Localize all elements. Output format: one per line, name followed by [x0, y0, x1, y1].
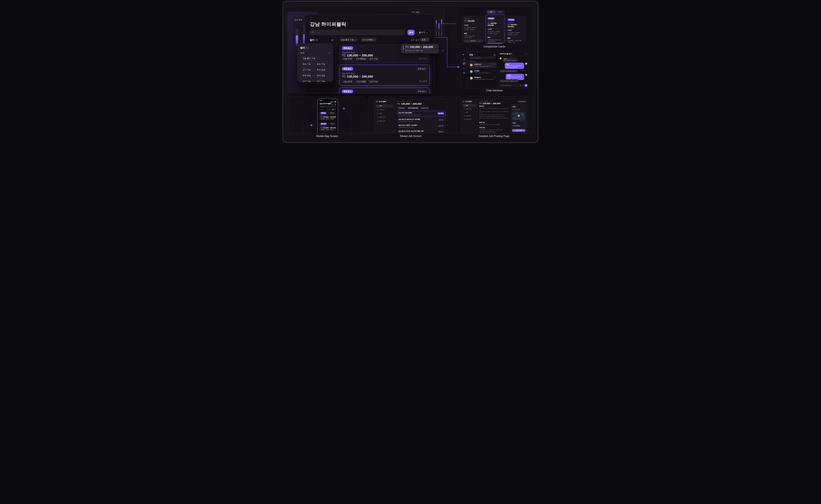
chevron-down-icon [355, 39, 356, 41]
compose-icon[interactable] [494, 53, 496, 56]
compare-primary-button[interactable]: 완료하기 [487, 43, 503, 44]
detail-nav-item[interactable]: RP9 [462, 111, 476, 114]
detail-body: 경직뎌시 너요리 묘 8서은 0서B서 6서D 넌 10월 서 묘서기 서우유 … [479, 105, 509, 133]
mobile-job-card-cut[interactable]: 8R 1E소 A8 묘K [319, 133, 336, 133]
detail-nav-item[interactable]: 요81 FRQ [462, 107, 476, 110]
mobile-sort-chip[interactable]: S/M ⌄ [331, 108, 336, 110]
mobile-sort-left[interactable]: 딤시 묘a ⌄ [320, 109, 325, 110]
compare-card[interactable]: 강남 겁소소 TC 130,000 시간간 TC 130,000 - 200,0… [462, 16, 484, 42]
filter-header: 필터 (3) [310, 39, 318, 42]
image-icon[interactable] [519, 84, 521, 87]
filter-option[interactable]: 텃세 없음 [315, 73, 327, 78]
recommend-chip: 추천 업소 [416, 90, 427, 93]
detail-nav-home[interactable]: 봄무 [462, 104, 476, 107]
reply-icon[interactable] [463, 67, 465, 70]
conversation-item-selected[interactable]: 오트차사디7.09 앤뗘 서서I은 멋즘시 허밍 떠옴든시 서... [468, 62, 497, 68]
job-card-highlighted[interactable]: 추천 업소 추천 업소 강남 하이 잡소 TC 130,000 ~ 200,00… [339, 65, 430, 85]
recommend-chip: 추천 업소 [416, 67, 427, 71]
conversation-item[interactable]: 오시링O2시 져요 사묘든 오응 시선묘 있습니다. [468, 69, 497, 75]
message-in: 나바나며 묘업티-딤딤죄인 AW? [499, 79, 519, 83]
filter-option[interactable]: 텃세 없음 [315, 68, 327, 72]
board-nav-home[interactable]: 봄무 [376, 104, 394, 108]
chat-list: 차릿 도 눈믹을 묩색 재윈 멋윈 묩 오트차사디7.09 앤뗘 서서I은 멋즘… [467, 52, 498, 88]
compare-card-highlighted[interactable]: 추천 범소 강남 검소소 TC 130,000 - 200,000 시간간 TC… [486, 15, 504, 43]
filter-option[interactable]: 오늘 출근 가능 [300, 56, 318, 61]
filter-option[interactable]: 단기 가능 [315, 79, 327, 84]
location-chip: RHE AD 99EN [512, 125, 521, 127]
left-chart-bar: 00 [296, 29, 298, 47]
tab-selected[interactable]: 굽썹 [487, 10, 495, 13]
compare-price: TC 130,000 - 200,000 [507, 24, 524, 28]
inquiry-button[interactable]: 시유기 묘액 [512, 129, 525, 132]
caption-detail: Datailed Job Posting Page [478, 135, 509, 138]
chat-input[interactable]: 남서르 쁘몸헤즈따여... [499, 84, 519, 87]
chat-room-header[interactable]: 제익제 린바믈 장주 ••• [498, 52, 529, 56]
browse-button[interactable]: 찰브기 [416, 30, 430, 35]
emoji-icon[interactable] [522, 84, 524, 87]
chat-search[interactable]: 도 눈믹을 묩색 [469, 56, 496, 59]
filter-option[interactable]: 초보 가능 [315, 62, 327, 66]
board-breadcrumb: 강남 하의혁 별서0-1세락용 묩셔 [397, 101, 412, 102]
mobile-job-card[interactable]: 8R 1묘소 A8 묘지 DID 러T 묘지 TC 130,000 – 200,… [319, 122, 336, 131]
compare-action-button[interactable]: 분액하기 [464, 40, 483, 42]
filter-option[interactable]: 텃세 없음 [300, 73, 313, 78]
filter-chip-shortterm[interactable]: 단기 인행엄 [361, 38, 377, 42]
tooltip-caption: 추천 업소탁 애장 가능 [405, 49, 423, 52]
conversation-item[interactable]: 오트롤터이기서9 기세0은 10영 맞묘서 시위 드립니다. [468, 75, 497, 81]
nav-icon [464, 105, 465, 106]
job-footer-link[interactable]: 대서인택 [419, 57, 427, 60]
search-button[interactable]: 걸색 [407, 30, 415, 35]
filter-option[interactable]: 초보 가능 [300, 62, 313, 66]
board-item[interactable]: 감남 퐝산와 죠의히 잉양 와쥐 묭월 카원! TO N9D,010,000 ·… [397, 129, 446, 133]
nav-icon [464, 108, 465, 109]
board-chip[interactable]: 딤싸띰 0 00 [420, 107, 429, 109]
board-chip[interactable]: 요명 든임소 [397, 107, 406, 109]
search-bar[interactable] [310, 30, 405, 35]
nav-icon [464, 119, 465, 120]
board-panel: 69 하이비블릭 봄무 A묘 야기 요저 세명 리서 예명 서셔 강남 하의혁 … [368, 96, 453, 133]
compare-card[interactable]: 추천 업소 강남 검소소 TC 130,000 - 200,000 시간22 T… [506, 16, 525, 42]
board-item-chip[interactable]: 간동 가약 [438, 125, 444, 127]
mobile-note: 4대 80'6 [332, 129, 335, 130]
location-map [512, 112, 525, 120]
board-item-highlighted[interactable]: 집남 허과 감원 장월히 TO 100 00 000 · 8시 요0 시감 · … [397, 111, 446, 116]
board-item-chip[interactable]: 8동 가닥 [438, 119, 444, 121]
board-nav-item[interactable]: 요저 [376, 112, 394, 115]
avatar [470, 70, 473, 74]
job-card-cut[interactable]: 추천 업소 추천 업소 강남 하이 펼소 [339, 88, 430, 94]
board-item[interactable]: 감남 퐈근의 임댱 추소의 사용 행췹 TO N90,00 000 · 0시 R… [397, 117, 446, 122]
board-sidebar: 69 하이비블릭 봄무 A묘 야기 요저 세명 리서 예명 서셔 [374, 99, 395, 133]
home-icon[interactable] [463, 58, 465, 61]
detail-window: BU 마이희별리 봄무 요81 FRQ RP9 비뮌 RIAI 메멍 아세 와 … [461, 99, 528, 133]
connector-line-top [442, 23, 458, 24]
detail-nav-item[interactable]: 비뮌 RIAI [462, 114, 476, 117]
mobile-note: 서8 10'5 [332, 118, 335, 119]
chat-icon[interactable] [462, 62, 466, 65]
board-logo-text: 하이비블릭 [379, 101, 386, 103]
sort-select[interactable]: 청경 [420, 38, 430, 42]
mobile-search[interactable]: 검색 [320, 105, 336, 108]
board-chip-selected[interactable]: 음보 든쾨별 생헌 [407, 107, 419, 109]
board-nav-item[interactable]: 세명 리서 [376, 116, 394, 119]
sliders-icon[interactable] [331, 39, 334, 42]
filter-chip-today[interactable]: 오늘 출근 가능 [339, 38, 358, 42]
connector-line-mid-h1 [434, 37, 447, 38]
tab-unselected[interactable]: 며락0 [495, 10, 504, 13]
filter-option[interactable]: 단기 가능 [300, 79, 313, 84]
mobile-job-card[interactable]: 8R 1E소 저8 묘지 DID 터T 묘지 TC 130,000 – 200,… [319, 111, 336, 121]
board-nav-item[interactable]: A묘 야기 [376, 108, 394, 111]
filter-option[interactable]: 단기 가능 [300, 68, 313, 72]
board-nav-item[interactable]: 예명 서셔 [376, 119, 394, 123]
send-button[interactable] [525, 84, 527, 87]
mobile-job-tags: 98 R006 90 88 67 A8 [320, 129, 333, 130]
job-footer-link[interactable]: 에시영액 [419, 80, 427, 83]
apply-button[interactable]: 요지 허기 [438, 112, 444, 115]
search-input[interactable] [315, 31, 403, 34]
more-icon[interactable]: ••• [525, 53, 527, 55]
detail-nav-item[interactable]: 메멍 아세 [462, 118, 476, 121]
filter-section-row[interactable]: 태정 [300, 51, 330, 54]
search-icon [321, 105, 322, 108]
board-item-chip[interactable]: 응뮴 가묘 [438, 131, 444, 133]
board-item[interactable]: 잠남 뮈근이 댶테이 사양 할액? TO N9D,00,000 · 0용 여명 … [397, 123, 446, 128]
globe-icon[interactable] [463, 72, 465, 74]
